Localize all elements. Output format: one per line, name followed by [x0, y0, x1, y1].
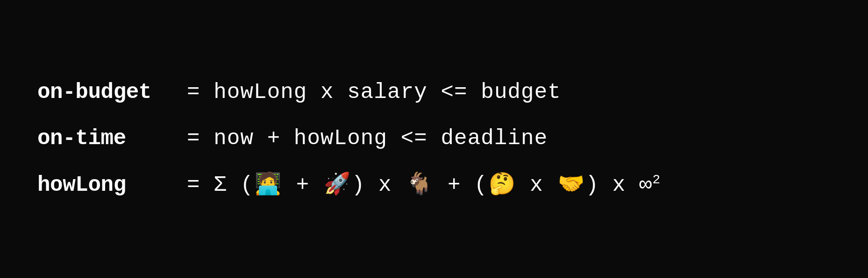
emoji-goat: 🐐	[406, 174, 433, 196]
formula-on-time-text: = now + howLong <= deadline	[187, 126, 548, 152]
emoji-person-tech: 🧑‍💻	[255, 174, 282, 196]
emoji-handshake: 🤝	[558, 174, 585, 196]
formula-howlong-part-plus1: +	[283, 173, 323, 198]
formula-howlong-part-x1: ) x	[352, 173, 405, 198]
emoji-thinking: 🤔	[489, 174, 516, 196]
formula-on-budget: = howLong x salary <= budget	[187, 80, 561, 105]
formula-on-time: = now + howLong <= deadline	[187, 126, 548, 152]
formula-on-budget-text: = howLong x salary <= budget	[187, 80, 561, 105]
formula-howlong-part-equals: = Σ (	[187, 173, 254, 198]
formula-howlong-part-plus2: + (	[434, 173, 487, 198]
equation-row-on-time: on-time = now + howLong <= deadline	[37, 116, 831, 162]
formula-howlong-part-inf: ) x ∞2	[586, 173, 661, 198]
equation-row-howlong: howLong = Σ ( 🧑‍💻 + 🚀 ) x 🐐 + ( 🤔 x 🤝 ) …	[37, 162, 831, 208]
formula-howlong: = Σ ( 🧑‍💻 + 🚀 ) x 🐐 + ( 🤔 x 🤝 ) x ∞2	[187, 173, 661, 198]
label-howlong: howLong	[37, 173, 187, 198]
label-on-budget: on-budget	[37, 80, 187, 105]
label-on-time: on-time	[37, 126, 187, 152]
main-content: on-budget = howLong x salary <= budget o…	[0, 51, 868, 227]
equation-row-on-budget: on-budget = howLong x salary <= budget	[37, 70, 831, 116]
formula-howlong-part-x2: x	[517, 173, 557, 198]
emoji-rocket: 🚀	[324, 174, 351, 196]
